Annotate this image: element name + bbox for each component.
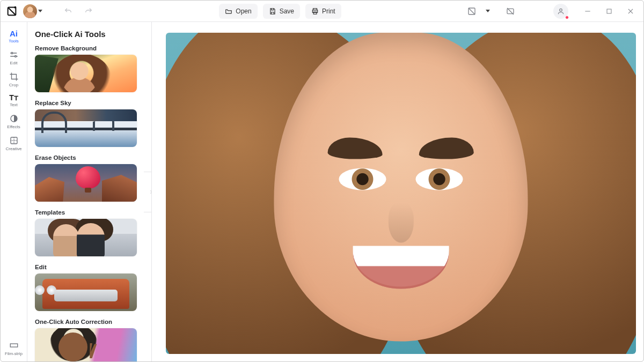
sliders-icon — [9, 50, 19, 60]
avatar-icon — [23, 4, 37, 18]
rail-label: Crop — [9, 83, 18, 87]
chevron-right-icon — [149, 189, 152, 195]
profile-chip[interactable] — [23, 4, 42, 18]
tool-thumbnail — [35, 219, 137, 256]
app-logo[interactable] — [6, 5, 18, 17]
open-label: Open — [236, 8, 251, 15]
tool-templates[interactable]: Templates — [35, 209, 144, 256]
tool-thumbnail — [35, 109, 137, 147]
crop-icon — [9, 72, 19, 82]
tool-label: One-Click Auto Correction — [35, 319, 144, 325]
chevron-down-icon — [38, 10, 42, 12]
rail-label: Edit — [10, 61, 18, 65]
svg-rect-13 — [10, 344, 18, 347]
rail-label: Film-strip — [5, 352, 23, 356]
tool-label: Replace Sky — [35, 100, 144, 106]
rail-label: Tools — [9, 39, 19, 43]
rail-item-ai-tools[interactable]: Ai Tools — [2, 26, 26, 46]
svg-point-7 — [560, 9, 562, 11]
tool-erase-objects[interactable]: Erase Objects — [35, 154, 144, 202]
no-image-button[interactable] — [503, 4, 518, 19]
canvas-area — [152, 22, 643, 361]
window-close-button[interactable] — [623, 4, 638, 19]
svg-point-10 — [14, 56, 16, 57]
account-button[interactable] — [553, 4, 568, 19]
tool-thumbnail — [35, 328, 137, 361]
text-icon: Tᴛ — [9, 94, 18, 101]
rail-item-creative[interactable]: Creative — [2, 132, 26, 153]
portrait-illustration — [166, 33, 636, 354]
panel-collapse-handle[interactable] — [144, 172, 152, 212]
open-button[interactable]: Open — [219, 4, 257, 19]
left-rail: Ai Tools Edit Crop Tᴛ Text Effects Creat… — [1, 22, 27, 361]
rail-label: Effects — [7, 125, 20, 129]
print-label: Print — [322, 8, 335, 15]
tool-thumbnail — [35, 274, 137, 311]
tool-label: Erase Objects — [35, 154, 144, 161]
film-strip-icon — [9, 341, 19, 350]
svg-point-1 — [14, 6, 16, 8]
rail-label: Creative — [6, 147, 22, 151]
tool-label: Remove Background — [35, 45, 144, 51]
window-minimize-button[interactable] — [580, 4, 595, 19]
tool-label: Templates — [35, 209, 144, 216]
tool-remove-background[interactable]: Remove Background — [35, 45, 144, 92]
tool-thumbnail — [35, 164, 137, 202]
tool-thumbnail — [35, 55, 137, 92]
top-toolbar: Open Save Print — [1, 1, 643, 22]
rail-item-effects[interactable]: Effects — [2, 110, 26, 131]
svg-rect-8 — [607, 9, 611, 13]
undo-button[interactable] — [61, 4, 76, 19]
tool-label: Edit — [35, 264, 144, 270]
image-preview[interactable] — [166, 33, 636, 354]
rail-item-crop[interactable]: Crop — [2, 69, 26, 90]
tool-edit[interactable]: Edit — [35, 264, 144, 311]
save-button[interactable]: Save — [263, 4, 300, 19]
notification-dot-icon — [565, 16, 569, 19]
effects-icon — [9, 114, 19, 123]
contrast-button[interactable] — [464, 4, 479, 19]
rail-item-text[interactable]: Tᴛ Text — [2, 91, 26, 109]
rail-item-film-strip[interactable]: Film-strip — [2, 337, 26, 358]
chevron-down-icon[interactable] — [486, 10, 490, 12]
creative-icon — [9, 136, 19, 145]
svg-point-9 — [11, 53, 12, 54]
ai-icon: Ai — [10, 29, 18, 38]
save-label: Save — [280, 8, 294, 15]
rail-item-edit[interactable]: Edit — [2, 47, 26, 68]
ai-tools-panel: One-Click Ai Tools Remove Background Rep… — [27, 22, 152, 361]
panel-title: One-Click Ai Tools — [35, 29, 144, 39]
window-maximize-button[interactable] — [602, 4, 617, 19]
tool-replace-sky[interactable]: Replace Sky — [35, 100, 144, 147]
redo-button[interactable] — [81, 4, 96, 19]
print-button[interactable]: Print — [305, 4, 341, 19]
tool-auto-correction[interactable]: One-Click Auto Correction — [35, 319, 144, 361]
rail-label: Text — [10, 103, 18, 107]
